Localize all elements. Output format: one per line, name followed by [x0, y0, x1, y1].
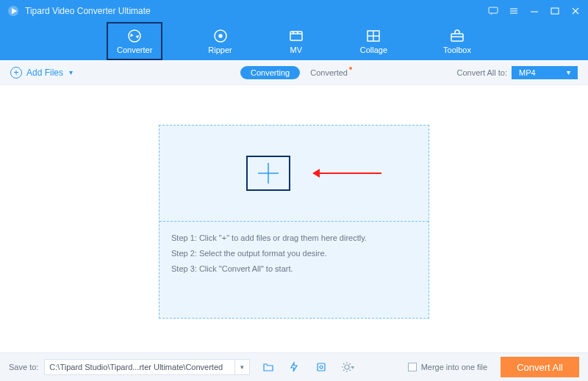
- tab-converting[interactable]: Converting: [240, 66, 300, 79]
- minimize-icon[interactable]: [529, 6, 539, 16]
- gpu-icon[interactable]: [313, 359, 329, 375]
- tab-converted[interactable]: Converted: [310, 68, 348, 77]
- footer: Save to: C:\Tipard Studio\Tipard...rter …: [0, 352, 588, 381]
- tab-label: Toolbox: [443, 46, 471, 54]
- svg-rect-13: [290, 32, 302, 40]
- feedback-icon[interactable]: [488, 6, 498, 16]
- save-path-value: C:\Tipard Studio\Tipard...rter Ultimate\…: [49, 363, 223, 371]
- menu-icon[interactable]: [509, 6, 519, 16]
- save-path-group: C:\Tipard Studio\Tipard...rter Ultimate\…: [44, 359, 250, 375]
- svg-rect-7: [551, 8, 559, 14]
- toolbox-icon: [449, 28, 465, 44]
- dropzone-upper: [159, 126, 429, 221]
- step-1: Step 1: Click "+" to add files or drag t…: [171, 231, 417, 246]
- window-controls: [488, 6, 581, 16]
- save-path-input[interactable]: C:\Tipard Studio\Tipard...rter Ultimate\…: [44, 359, 235, 375]
- tab-converted-label: Converted: [310, 68, 348, 77]
- tab-label: Collage: [360, 46, 387, 54]
- tab-converter[interactable]: Converter: [107, 22, 162, 60]
- convert-all-button[interactable]: Convert All: [501, 357, 579, 377]
- convert-all-to: Convert All to: MP4 ▾: [457, 66, 578, 79]
- convert-all-label: Convert All: [517, 362, 563, 373]
- app-title: Tipard Video Converter Ultimate: [25, 6, 488, 16]
- badge-dot-icon: [349, 67, 352, 70]
- merge-checkbox[interactable]: Merge into one file: [408, 363, 488, 371]
- step-3: Step 3: Click "Convert All" to start.: [171, 261, 417, 277]
- titlebar: Tipard Video Converter Ultimate: [0, 0, 588, 22]
- save-to-label: Save to:: [9, 363, 38, 371]
- plus-circle-icon: +: [10, 67, 22, 79]
- topnav: Converter Ripper MV Collage Toolbox: [0, 22, 588, 60]
- merge-label: Merge into one file: [421, 363, 488, 371]
- add-files-label: Add Files: [26, 68, 63, 78]
- svg-point-21: [320, 366, 323, 369]
- add-files-button[interactable]: + Add Files ▾: [10, 67, 73, 79]
- format-select[interactable]: MP4 ▾: [512, 66, 578, 79]
- workspace: Step 1: Click "+" to add files or drag t…: [0, 85, 588, 352]
- svg-point-12: [219, 35, 222, 37]
- tab-label: Converter: [117, 46, 152, 54]
- save-path-dropdown[interactable]: ▾: [235, 359, 250, 375]
- instructions: Step 1: Click "+" to add files or drag t…: [159, 222, 429, 286]
- chevron-down-icon: ▾: [69, 68, 73, 76]
- collage-icon: [365, 28, 381, 44]
- tab-toolbox[interactable]: Toolbox: [433, 22, 481, 60]
- step-2: Step 2: Select the output format you des…: [171, 246, 417, 261]
- settings-icon[interactable]: ▾: [340, 359, 356, 375]
- converter-icon: [126, 28, 143, 44]
- tab-mv[interactable]: MV: [278, 22, 315, 60]
- svg-point-22: [345, 365, 349, 369]
- toolbar: + Add Files ▾ Converting Converted Conve…: [0, 60, 588, 85]
- speed-icon[interactable]: [287, 359, 303, 375]
- tab-label: Ripper: [208, 46, 232, 54]
- ripper-icon: [212, 28, 229, 44]
- add-file-plus-button[interactable]: [246, 156, 290, 191]
- annotation-arrow: [315, 173, 381, 174]
- checkbox-icon: [408, 363, 417, 371]
- close-icon[interactable]: [570, 6, 581, 16]
- tab-label: MV: [290, 46, 302, 54]
- dropzone[interactable]: Step 1: Click "+" to add files or drag t…: [159, 125, 429, 319]
- chevron-down-icon: ▾: [567, 68, 570, 76]
- svg-rect-20: [318, 363, 325, 371]
- svg-rect-17: [451, 34, 463, 41]
- tab-collage[interactable]: Collage: [350, 22, 398, 60]
- svg-rect-2: [489, 7, 498, 13]
- app-logo-icon: [7, 5, 19, 17]
- tab-ripper[interactable]: Ripper: [198, 22, 242, 60]
- mv-icon: [288, 28, 304, 44]
- open-folder-icon[interactable]: [260, 359, 276, 375]
- format-value: MP4: [519, 68, 536, 77]
- maximize-icon[interactable]: [550, 6, 560, 16]
- convert-all-to-label: Convert All to:: [457, 68, 507, 77]
- status-tabs: Converting Converted: [240, 66, 348, 79]
